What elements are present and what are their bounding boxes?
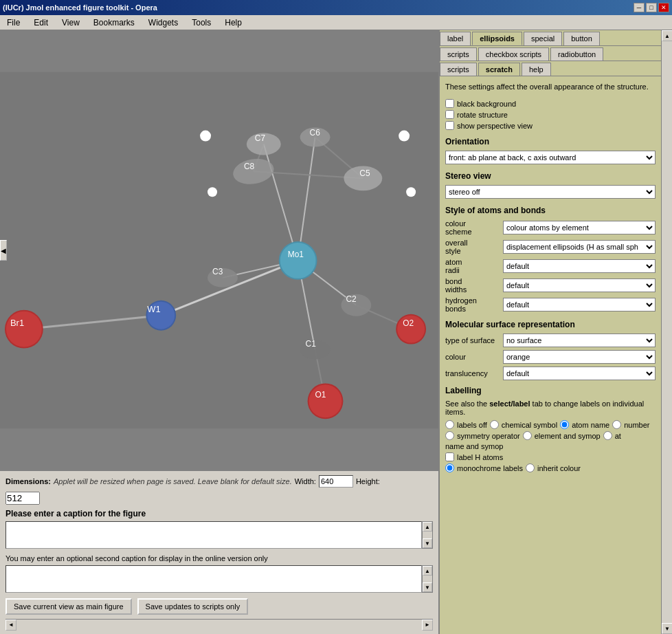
tab-help[interactable]: help [522, 63, 551, 76]
atom-radii-label: atomradii [445, 258, 500, 274]
svg-text:C6: C6 [310, 128, 321, 138]
menu-tools[interactable]: Tools [188, 17, 215, 29]
dimensions-description: Applet will be resized when page is save… [54, 477, 292, 485]
radio-atom-name[interactable] [560, 420, 569, 429]
caption1-scroll-down[interactable]: ▼ [423, 538, 432, 548]
radio-chemical-symbol[interactable] [490, 420, 499, 429]
caption2-scroll-down[interactable]: ▼ [423, 582, 432, 592]
menu-view[interactable]: View [58, 17, 84, 29]
save-scripts-button[interactable]: Save updates to scripts only [137, 598, 249, 615]
tabs-row1: label ellipsoids special button [440, 30, 661, 46]
translucency-select[interactable]: default [503, 367, 656, 380]
caption2-scroll-up[interactable]: ▲ [423, 566, 432, 576]
overall-style-label: overallstyle [445, 239, 500, 255]
tabs-row3: scripts scratch help [440, 61, 661, 76]
tab-button[interactable]: button [563, 32, 600, 45]
rotate-checkbox[interactable] [445, 110, 454, 119]
left-arrow[interactable]: ◀ [0, 240, 7, 261]
atom-radii-select[interactable]: default [503, 259, 656, 273]
surface-colour-select[interactable]: orange [503, 350, 656, 364]
radio-inherit-colour[interactable] [526, 463, 535, 472]
menu-edit[interactable]: Edit [30, 17, 52, 29]
height-input[interactable] [5, 492, 40, 505]
left-panel: ◀ [0, 30, 440, 634]
tab-scripts[interactable]: scripts [440, 47, 477, 61]
menu-bookmarks[interactable]: Bookmarks [89, 17, 139, 29]
dimensions-label: Dimensions: [5, 477, 51, 485]
tab-ellipsoids[interactable]: ellipsoids [472, 32, 522, 45]
svg-text:O1: O1 [315, 390, 326, 400]
width-input[interactable] [319, 475, 353, 488]
svg-text:C3: C3 [212, 267, 223, 276]
tab-label[interactable]: label [440, 32, 471, 45]
perspective-row: show perspective view [445, 121, 656, 130]
maximize-button[interactable]: □ [646, 3, 657, 12]
radio-element-and-symop[interactable] [523, 431, 532, 440]
label-h-checkbox[interactable] [445, 452, 454, 461]
tab-checkbox-scripts[interactable]: checkbox scripts [478, 47, 549, 61]
h-scroll-track[interactable] [16, 620, 422, 630]
tab-scratch[interactable]: scratch [478, 63, 520, 76]
radio-number[interactable] [612, 420, 621, 429]
right-scroll-up[interactable]: ▲ [662, 30, 672, 41]
right-scroll-track[interactable] [662, 41, 672, 623]
h-scroll-right[interactable]: ► [422, 620, 433, 631]
surface-colour-label: colour [445, 353, 500, 361]
rotate-row: rotate structure [445, 110, 656, 119]
stereo-select[interactable]: stereo off [445, 185, 656, 199]
svg-point-30 [200, 131, 211, 142]
radio-labels-off[interactable] [445, 420, 454, 429]
radio-chemical-symbol-label: chemical symbol [502, 421, 557, 429]
height-label: Height: [356, 477, 380, 485]
menu-file[interactable]: File [3, 17, 24, 29]
hydrogen-bonds-select[interactable]: default [503, 298, 656, 311]
svg-point-31 [399, 131, 410, 142]
right-panel: label ellipsoids special button scripts … [440, 30, 661, 634]
svg-rect-0 [0, 72, 438, 428]
type-of-surface-select[interactable]: no surface [503, 334, 656, 347]
svg-point-21 [280, 243, 316, 278]
caption2-textarea[interactable] [5, 565, 422, 593]
type-of-surface-label: type of surface [445, 336, 500, 345]
bottom-area: Dimensions: Applet will be resized when … [0, 470, 438, 634]
stereo-row: stereo off [445, 185, 656, 199]
overall-style-select[interactable]: displacement ellipsoids (H as small sph [503, 240, 656, 254]
black-bg-label: black background [457, 100, 516, 108]
molecule-viewer: ◀ [0, 30, 438, 470]
radio-symmetry-operator[interactable] [445, 431, 454, 440]
radio-monochrome-labels[interactable] [445, 463, 454, 472]
molecule-svg: Br1 W1 C3 Mo1 C2 C1 O1 O2 C7 C6 C8 C5 [0, 30, 438, 470]
radio-inherit-colour-label: inherit colour [537, 464, 581, 472]
black-bg-checkbox[interactable] [445, 99, 454, 108]
settings-description: These settings affect the overall appear… [445, 82, 656, 92]
right-scrollbar: ▲ ▼ [661, 30, 672, 634]
tab-special[interactable]: special [524, 32, 562, 45]
label-h-row: label H atoms [445, 452, 656, 461]
labelling-desc: See also the select/label tab to change … [445, 400, 656, 416]
h-scroll-left[interactable]: ◄ [5, 620, 16, 631]
radio-monochrome-label: monochrome labels [457, 464, 523, 472]
tab-radiobutton[interactable]: radiobutton [550, 47, 603, 61]
caption1-scroll-up[interactable]: ▲ [423, 522, 432, 532]
rotate-label: rotate structure [457, 111, 508, 119]
black-bg-row: black background [445, 99, 656, 108]
bond-widths-select[interactable]: default [503, 278, 656, 292]
close-button[interactable]: ✕ [658, 3, 669, 12]
colour-scheme-select[interactable]: colour atoms by element [503, 221, 656, 234]
menu-widgets[interactable]: Widgets [144, 17, 182, 29]
orientation-select[interactable]: front: ab plane at back, c axis outward [445, 151, 656, 164]
h-scrollbar: ◄ ► [5, 619, 433, 630]
caption1-textarea[interactable] [5, 521, 422, 549]
dimensions-line: Dimensions: Applet will be resized when … [5, 475, 433, 488]
radio-element-and-symop-label: element and symop [535, 432, 601, 440]
svg-text:C2: C2 [346, 294, 357, 304]
menu-help[interactable]: Help [221, 17, 246, 29]
caption2-label: You may enter an optional second caption… [5, 554, 433, 562]
minimize-button[interactable]: ─ [634, 3, 645, 12]
right-scroll-down[interactable]: ▼ [662, 623, 672, 634]
radio-at-name-and-symop[interactable] [603, 431, 612, 440]
perspective-checkbox[interactable] [445, 121, 454, 130]
tab-scripts2[interactable]: scripts [440, 63, 477, 76]
save-main-button[interactable]: Save current view as main figure [5, 598, 132, 615]
caption1-label: Please enter a caption for the figure [5, 509, 433, 518]
